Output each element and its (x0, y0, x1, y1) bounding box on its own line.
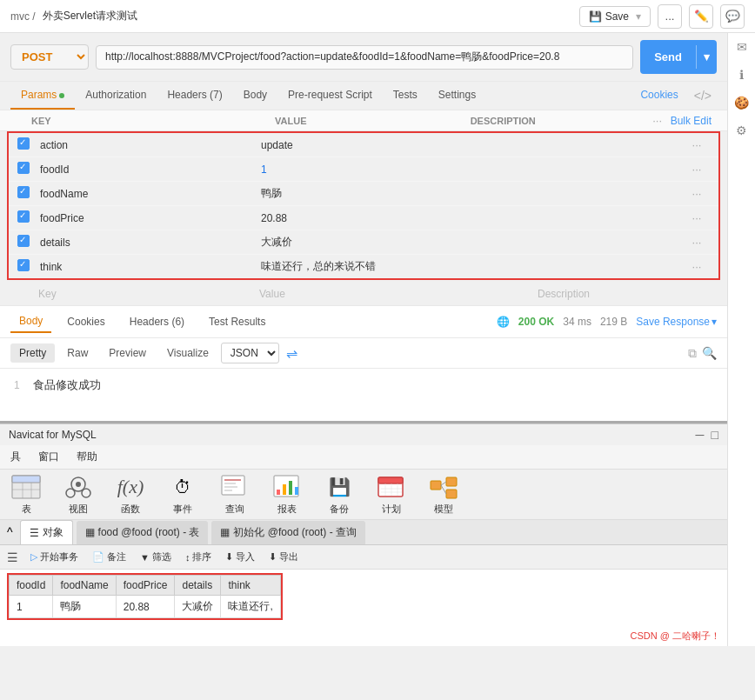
navicat-menu-bar: 具 窗口 帮助 (0, 445, 727, 470)
tab-params[interactable]: Params (10, 82, 75, 110)
toolbar-table-label: 表 (22, 503, 31, 516)
cell-foodid[interactable]: 1 (10, 596, 53, 618)
response-tab-testresults[interactable]: Test Results (200, 311, 274, 332)
param-key-5[interactable]: think (40, 261, 261, 273)
sidebar-icon-3[interactable]: 🍪 (734, 96, 749, 110)
param-more-3[interactable]: ··· (684, 211, 710, 224)
fmt-tab-pretty[interactable]: Pretty (10, 343, 55, 363)
param-value-4[interactable]: 大减价 (261, 235, 510, 250)
toolbar-query[interactable]: 查询 (216, 473, 254, 516)
tab-headers[interactable]: Headers (7) (157, 82, 232, 110)
toolbar-schedule[interactable]: 计划 (372, 473, 411, 516)
checkbox-think[interactable] (17, 259, 40, 274)
minimize-button[interactable]: ─ (696, 428, 705, 442)
menu-help[interactable]: 帮助 (73, 447, 101, 467)
toolbar-backup[interactable]: 💾 备份 (320, 473, 358, 516)
import-button[interactable]: ⬇ 导入 (220, 548, 260, 566)
param-value-1[interactable]: 1 (261, 163, 510, 176)
menu-window[interactable]: 窗口 (35, 447, 63, 467)
nav-tab-object[interactable]: ☰ 对象 (20, 520, 73, 544)
tab-prerequest[interactable]: Pre-request Script (277, 82, 383, 110)
sidebar-icon-2[interactable]: ℹ (739, 68, 744, 82)
tab-tests[interactable]: Tests (383, 82, 428, 110)
param-key-4[interactable]: details (40, 237, 261, 249)
export-button[interactable]: ⬇ 导出 (264, 548, 304, 566)
svg-point-7 (66, 489, 75, 497)
filter-icon[interactable]: ⇌ (286, 345, 297, 362)
sort-button[interactable]: ↕ 排序 (180, 548, 217, 566)
tab-authorization[interactable]: Authorization (75, 82, 157, 110)
menu-tools[interactable]: 具 (7, 447, 24, 467)
nav-tab-foodtable[interactable]: ▦ food @food (root) - 表 (77, 521, 209, 544)
toolbar-func[interactable]: f(x) 函数 (111, 473, 150, 516)
param-more-5[interactable]: ··· (684, 260, 710, 273)
bulk-edit-button[interactable]: Bulk Edit (671, 115, 712, 127)
cell-details[interactable]: 大减价 (175, 596, 221, 618)
fmt-tab-visualize[interactable]: Visualize (158, 343, 217, 363)
url-input[interactable] (96, 45, 633, 70)
search-response-button[interactable]: 🔍 (702, 346, 717, 361)
param-value-0[interactable]: update (261, 139, 510, 151)
note-button[interactable]: 📄 备注 (87, 548, 131, 566)
maximize-button[interactable]: □ (712, 428, 718, 442)
toolbar-model[interactable]: 模型 (424, 473, 463, 516)
method-select[interactable]: POST GET PUT DELETE (10, 44, 89, 70)
filter-button[interactable]: ▼ 筛选 (135, 548, 177, 566)
tab-cookies[interactable]: Cookies (630, 82, 688, 110)
checkbox-foodprice[interactable] (17, 210, 40, 225)
checkbox-foodid[interactable] (17, 162, 40, 177)
cell-foodname[interactable]: 鸭肠 (53, 596, 116, 618)
tab-body[interactable]: Body (233, 82, 277, 110)
checkbox-foodname[interactable] (17, 186, 40, 201)
param-key-2[interactable]: foodName (40, 188, 261, 200)
sidebar-icon-1[interactable]: ✉ (737, 40, 747, 54)
tabs-expand-icon[interactable]: ^ (7, 525, 13, 539)
toolbar-report[interactable]: 报表 (268, 473, 306, 516)
nav-tab-initquery[interactable]: ▦ 初始化 @food (root) - 查询 (211, 521, 365, 544)
checkbox-details[interactable] (17, 235, 40, 250)
param-value-2[interactable]: 鸭肠 (261, 186, 510, 201)
format-select[interactable]: JSON HTML Text (221, 343, 279, 363)
checkbox-action[interactable] (17, 137, 40, 152)
svg-rect-26 (431, 481, 441, 490)
code-icon[interactable]: </> (689, 89, 717, 103)
empty-key[interactable]: Key (38, 288, 259, 300)
send-dropdown-icon[interactable]: ▾ (696, 45, 717, 69)
toolbar-table[interactable]: 表 (7, 473, 45, 516)
toolbar-view[interactable]: 视图 (59, 473, 97, 516)
response-tab-headers[interactable]: Headers (6) (121, 311, 193, 332)
param-key-0[interactable]: action (40, 139, 261, 151)
fmt-tab-preview[interactable]: Preview (100, 343, 155, 363)
copy-response-button[interactable]: ⧉ (688, 346, 697, 361)
filter-icon: ▼ (140, 552, 150, 563)
tab-settings[interactable]: Settings (428, 82, 486, 110)
empty-value[interactable]: Value (259, 288, 538, 300)
param-value-3[interactable]: 20.88 (261, 212, 510, 224)
edit-button[interactable]: ✏️ (689, 4, 713, 29)
empty-desc[interactable]: Description (538, 288, 712, 300)
transaction-button[interactable]: ▷ 开始事务 (25, 548, 84, 566)
param-value-5[interactable]: 味道还行，总的来说不错 (261, 259, 510, 274)
cell-foodprice[interactable]: 20.88 (116, 596, 175, 618)
param-key-3[interactable]: foodPrice (40, 212, 261, 224)
comment-button[interactable]: 💬 (720, 4, 745, 29)
param-more-0[interactable]: ··· (684, 138, 710, 151)
param-more-4[interactable]: ··· (684, 236, 710, 249)
navicat-toolbar: 表 视图 f(x) 函数 ⏱ 事件 (0, 470, 727, 520)
response-tab-cookies[interactable]: Cookies (58, 311, 113, 332)
param-more-2[interactable]: ··· (684, 187, 710, 200)
app-bar: mvc / 外卖Servlet请求测试 💾 Save ▾ ... ✏️ 💬 (0, 0, 755, 33)
send-button[interactable]: Send ▾ (640, 40, 717, 74)
sidebar-icon-4[interactable]: ⚙ (736, 123, 747, 137)
save-button[interactable]: 💾 Save ▾ (579, 6, 651, 27)
navicat-action-bar: ☰ ▷ 开始事务 📄 备注 ▼ 筛选 ↕ 排序 ⬇ 导入 ⬇ (0, 545, 727, 570)
save-response-button[interactable]: Save Response ▾ (636, 316, 717, 328)
fmt-tab-raw[interactable]: Raw (58, 343, 97, 363)
param-more-1[interactable]: ··· (684, 163, 710, 176)
param-row-0: action update ··· (9, 133, 718, 157)
more-options-button[interactable]: ... (658, 4, 682, 29)
param-key-1[interactable]: foodId (40, 163, 261, 176)
response-tab-body[interactable]: Body (10, 310, 51, 333)
cell-think[interactable]: 味道还行, (221, 596, 280, 618)
toolbar-event[interactable]: ⏱ 事件 (164, 473, 202, 516)
